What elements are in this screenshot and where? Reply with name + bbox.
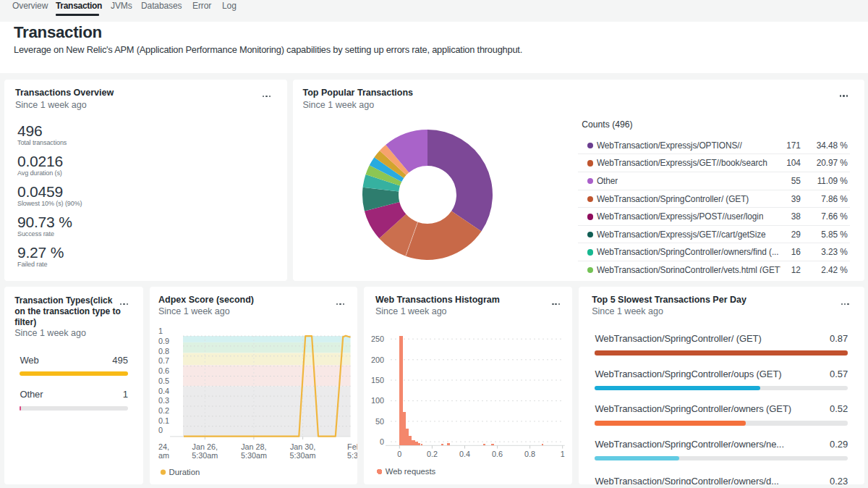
svg-text:0: 0 (158, 426, 162, 434)
svg-text:am: am (158, 451, 169, 460)
svg-text:0.3: 0.3 (158, 396, 169, 405)
svg-text:200: 200 (371, 355, 384, 363)
svg-text:5:30am: 5:30am (192, 451, 218, 460)
svg-text:0.5: 0.5 (158, 376, 169, 384)
svg-text:5:30am: 5:30am (240, 451, 266, 460)
svg-text:150: 150 (371, 376, 384, 384)
svg-text:0.8: 0.8 (524, 449, 535, 458)
svg-text:0.9: 0.9 (158, 336, 169, 345)
svg-text:Jan 28,: Jan 28, (241, 442, 266, 450)
svg-text:250: 250 (371, 335, 384, 343)
svg-text:0.6: 0.6 (158, 366, 169, 375)
svg-text:0: 0 (397, 449, 401, 458)
svg-text:24,: 24, (158, 442, 169, 450)
svg-text:0.1: 0.1 (158, 416, 169, 424)
svg-text:Jan 30,: Jan 30, (289, 442, 315, 450)
svg-text:5:30am: 5:30am (289, 451, 315, 460)
svg-text:0.6: 0.6 (492, 449, 503, 458)
svg-text:0: 0 (380, 437, 384, 446)
svg-text:Jan 26,: Jan 26, (192, 442, 217, 450)
svg-text:5:30a: 5:30a (347, 451, 357, 460)
svg-text:0.7: 0.7 (158, 356, 169, 365)
svg-text:0.4: 0.4 (158, 386, 169, 395)
svg-text:Duration: Duration (169, 468, 200, 476)
svg-text:0.2: 0.2 (427, 449, 438, 458)
svg-text:0.4: 0.4 (459, 449, 470, 458)
svg-text:0.2: 0.2 (158, 406, 169, 415)
svg-text:50: 50 (375, 416, 384, 425)
svg-text:Web requests: Web requests (386, 467, 436, 476)
svg-text:1: 1 (561, 449, 565, 458)
svg-text:0.8: 0.8 (158, 346, 169, 355)
svg-text:1: 1 (158, 327, 162, 335)
svg-text:Feb 1,: Feb 1, (347, 442, 357, 450)
svg-text:100: 100 (371, 396, 384, 405)
